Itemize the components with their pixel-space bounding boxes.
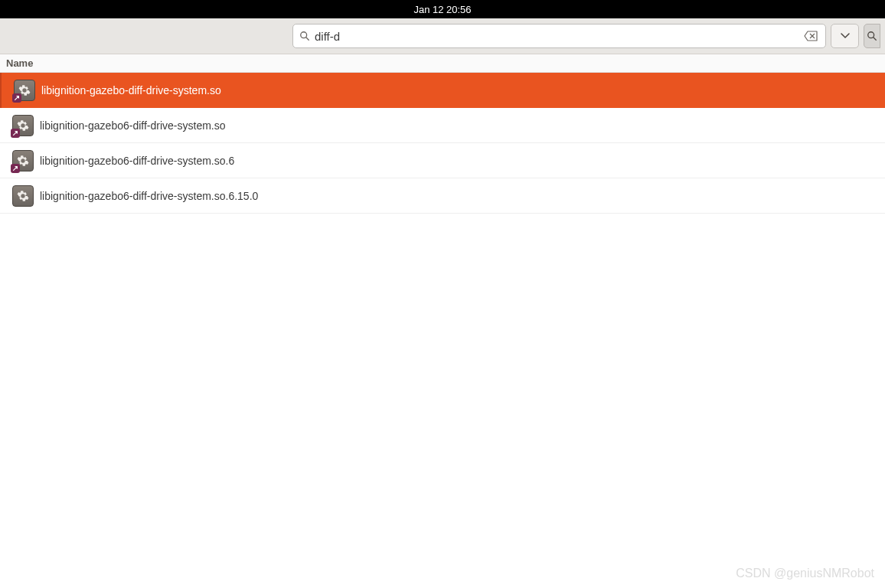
column-header-name: Name [6, 57, 33, 69]
file-name-label: libignition-gazebo6-diff-drive-system.so… [40, 155, 234, 167]
shared-object-icon [12, 150, 34, 172]
search-icon [299, 31, 310, 41]
chevron-down-icon [841, 33, 850, 39]
search-field-wrap[interactable] [292, 24, 826, 48]
symlink-badge-icon [11, 129, 20, 138]
search-toolbar [0, 18, 885, 54]
column-header-row[interactable]: Name [0, 54, 885, 73]
search-icon [867, 31, 877, 41]
svg-line-1 [306, 38, 309, 41]
file-row[interactable]: libignition-gazebo-diff-drive-system.so [0, 73, 885, 108]
backspace-icon [804, 31, 818, 41]
file-name-label: libignition-gazebo-diff-drive-system.so [41, 84, 221, 96]
svg-line-5 [874, 38, 877, 41]
system-topbar: Jan 12 20:56 [0, 0, 885, 18]
search-dropdown-button[interactable] [831, 24, 859, 48]
shared-object-icon [12, 115, 34, 136]
symlink-badge-icon [12, 93, 21, 103]
file-row[interactable]: libignition-gazebo6-diff-drive-system.so… [0, 143, 885, 178]
shared-object-icon [12, 185, 34, 207]
search-toggle-button[interactable] [864, 24, 880, 48]
watermark: CSDN @geniusNMRobot [736, 567, 874, 580]
file-row[interactable]: libignition-gazebo6-diff-drive-system.so… [0, 178, 885, 214]
file-name-label: libignition-gazebo6-diff-drive-system.so… [40, 190, 258, 202]
file-name-label: libignition-gazebo6-diff-drive-system.so [40, 119, 226, 132]
file-list: libignition-gazebo-diff-drive-system.sol… [0, 73, 885, 214]
shared-object-icon [14, 80, 35, 101]
datetime-label[interactable]: Jan 12 20:56 [413, 4, 471, 15]
symlink-badge-icon [11, 164, 20, 173]
search-input[interactable] [310, 30, 802, 43]
clear-search-button[interactable] [802, 29, 819, 43]
file-row[interactable]: libignition-gazebo6-diff-drive-system.so [0, 108, 885, 143]
